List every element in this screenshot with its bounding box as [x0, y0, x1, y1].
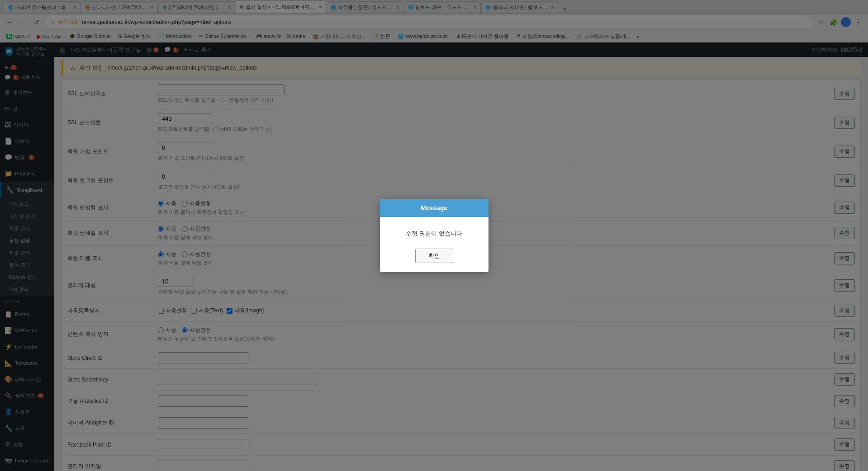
modal-overlay: Message 수정 권한이 없습니다 확인: [0, 0, 868, 471]
modal-body: 수정 권한이 없습니다 확인: [380, 217, 489, 272]
modal-confirm-button[interactable]: 확인: [415, 249, 453, 263]
modal-title: Message: [421, 204, 447, 212]
modal-box: Message 수정 권한이 없습니다 확인: [380, 199, 489, 272]
modal-message: 수정 권한이 없습니다: [387, 230, 481, 238]
modal-header: Message: [380, 199, 489, 217]
